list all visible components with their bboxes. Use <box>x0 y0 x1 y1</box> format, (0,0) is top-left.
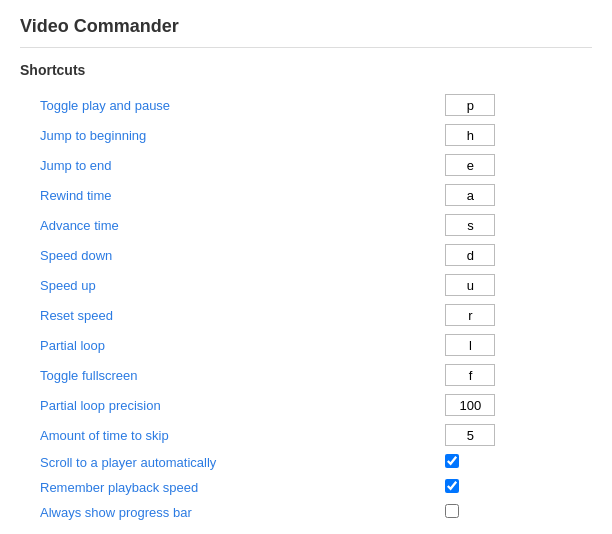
checkbox-input[interactable] <box>445 504 459 518</box>
checkbox-input[interactable] <box>445 454 459 468</box>
shortcut-label: Jump to end <box>40 158 112 173</box>
checkbox-label: Scroll to a player automatically <box>40 455 216 470</box>
table-row: Advance time <box>20 210 592 240</box>
shortcut-label: Toggle play and pause <box>40 98 170 113</box>
shortcut-key-input[interactable] <box>445 184 495 206</box>
shortcut-key-input[interactable] <box>445 154 495 176</box>
shortcut-key-input[interactable] <box>445 304 495 326</box>
table-row: Speed down <box>20 240 592 270</box>
number-setting-label: Amount of time to skip <box>40 428 169 443</box>
page-title: Video Commander <box>20 16 592 37</box>
table-row: Jump to end <box>20 150 592 180</box>
shortcuts-table: Toggle play and pause Jump to beginning … <box>20 90 592 525</box>
table-row: Partial loop precision <box>20 390 592 420</box>
table-row: Rewind time <box>20 180 592 210</box>
shortcut-key-input[interactable] <box>445 244 495 266</box>
shortcut-label: Speed down <box>40 248 112 263</box>
shortcut-label: Rewind time <box>40 188 112 203</box>
shortcut-key-input[interactable] <box>445 124 495 146</box>
checkbox-input[interactable] <box>445 479 459 493</box>
table-row: Speed up <box>20 270 592 300</box>
number-setting-label: Partial loop precision <box>40 398 161 413</box>
shortcut-label: Partial loop <box>40 338 105 353</box>
table-row: Reset speed <box>20 300 592 330</box>
checkbox-label: Always show progress bar <box>40 505 192 520</box>
shortcut-key-input[interactable] <box>445 364 495 386</box>
shortcut-key-input[interactable] <box>445 94 495 116</box>
section-heading: Shortcuts <box>20 62 592 78</box>
shortcut-key-input[interactable] <box>445 334 495 356</box>
table-row: Jump to beginning <box>20 120 592 150</box>
shortcut-label: Toggle fullscreen <box>40 368 138 383</box>
shortcut-label: Advance time <box>40 218 119 233</box>
shortcut-key-input[interactable] <box>445 274 495 296</box>
table-row: Scroll to a player automatically <box>20 450 592 475</box>
table-row: Toggle fullscreen <box>20 360 592 390</box>
table-row: Remember playback speed <box>20 475 592 500</box>
table-row: Amount of time to skip <box>20 420 592 450</box>
shortcut-label: Speed up <box>40 278 96 293</box>
shortcut-label: Jump to beginning <box>40 128 146 143</box>
table-row: Always show progress bar <box>20 500 592 525</box>
table-row: Toggle play and pause <box>20 90 592 120</box>
shortcut-key-input[interactable] <box>445 214 495 236</box>
number-setting-input[interactable] <box>445 394 495 416</box>
number-setting-input[interactable] <box>445 424 495 446</box>
table-row: Partial loop <box>20 330 592 360</box>
shortcut-label: Reset speed <box>40 308 113 323</box>
checkbox-label: Remember playback speed <box>40 480 198 495</box>
